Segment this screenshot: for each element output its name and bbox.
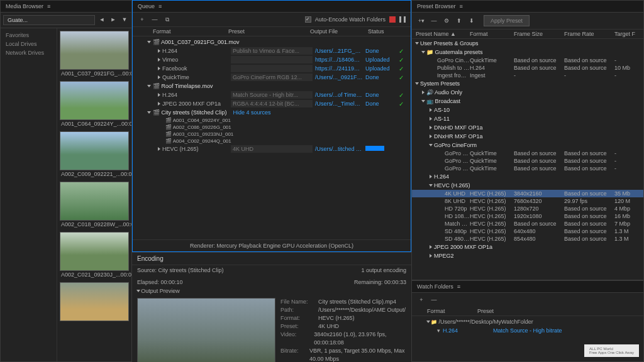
col-frame-rate[interactable]: Frame Rate [564, 31, 614, 37]
chevron-down-icon[interactable] [136, 290, 140, 292]
add-icon[interactable]: + [138, 15, 147, 24]
queue-group[interactable]: 🎬 A001_C037_0921FG_001.mov [135, 38, 408, 47]
preset-group[interactable]: 🔊 Audio Only [412, 88, 643, 97]
preset-group[interactable]: DNxHD MXF OP1a [412, 123, 643, 132]
queue-row[interactable]: QuickTimeGoPro CineForm RGB 12.../Users/… [135, 73, 408, 82]
preset-row[interactable]: 4K UHDHEVC (H.265)3840x2160Based on sour… [412, 190, 643, 197]
thumbnail-item[interactable]: A002_C009_092221_...00:00:10:04 [60, 131, 129, 178]
thumbnail-item[interactable]: A001_C064_09224Y_...00:00:04:08 [60, 81, 129, 128]
thumbnail-item[interactable]: A002_C018_09228W_...00:00:08:13 [60, 182, 129, 228]
filter-icon[interactable]: ▼ [120, 15, 129, 24]
remaining-label: Remaining: [354, 279, 383, 285]
folder-dropdown[interactable]: Guate... [3, 15, 95, 25]
export-icon[interactable]: ⬇ [467, 16, 476, 25]
forward-icon[interactable]: ► [109, 15, 118, 24]
menu-icon[interactable]: ≡ [47, 3, 50, 9]
preset-group[interactable]: 📁 Guatemala presets [412, 48, 643, 57]
preset-row[interactable]: SD 480pHEVC (H.265)640x480Based on sourc… [412, 228, 643, 235]
queue-row[interactable]: H.264Match Source - High bitr.../Users/.… [135, 90, 408, 99]
apply-preset-button[interactable]: Apply Preset [484, 15, 530, 26]
queue-group[interactable]: 🎬 Roof Timelapse.mov [135, 82, 408, 90]
preset-row[interactable]: GoPro CineForm YUV 10-bitQuickTimeBased … [412, 165, 643, 172]
watch-col-preset[interactable]: Preset [477, 308, 494, 314]
col-frame-size[interactable]: Frame Size [514, 31, 564, 37]
preset-group[interactable]: H.264 [412, 172, 643, 181]
watch-title: Watch Folders [417, 283, 453, 290]
col-preset[interactable]: Preset [228, 28, 310, 35]
queue-body[interactable]: 🎬 A001_C037_0921FG_001.mov H.264Publish … [133, 36, 411, 239]
queue-row[interactable]: Vimeo https://.../184066142Uploaded✓ [135, 55, 408, 64]
thumbnail-item[interactable]: A001_C037_0921FG_...00:00:26:00 [60, 31, 129, 77]
queue-row[interactable]: JPEG 2000 MXF OP1aRGBA 4:4:4:4 12-bit (B… [135, 99, 408, 108]
preset-group[interactable]: MPEG2 [412, 251, 643, 260]
settings-icon[interactable]: ⚙ [442, 16, 451, 25]
import-icon[interactable]: ⬆ [455, 16, 464, 25]
queue-group[interactable]: 🎬 City streets (Stitched Clip)Hide 4 sou… [135, 108, 408, 117]
preset-group[interactable]: 📺 Broadcast [412, 97, 643, 106]
tree-network-drives[interactable]: Network Drives [3, 48, 54, 57]
preset-group[interactable]: GoPro CineForm [412, 141, 643, 150]
remove-preset-icon[interactable]: — [430, 16, 438, 25]
preset-row[interactable]: 8K UHDHEVC (H.265)7680x432029.97 fps120 … [412, 197, 643, 205]
preset-row[interactable]: GoPro CineForm RGB 12-bit with alpha (Al… [412, 57, 643, 64]
preset-row[interactable]: GoPro CineForm RGB 12-bit with alphaQuic… [412, 150, 643, 157]
preset-group[interactable]: DNxHR MXF OP1a [412, 132, 643, 141]
queue-row[interactable]: HEVC (H.265)4K UHD/Users/...titched Clip… [135, 145, 408, 153]
watch-col-format[interactable]: Format [427, 308, 477, 314]
preview-image [137, 298, 275, 362]
preset-group[interactable]: User Presets & Groups [412, 39, 643, 48]
menu-icon[interactable]: ≡ [158, 3, 162, 9]
renderer-value[interactable]: Mercury Playback Engine GPU Acceleration… [216, 243, 353, 249]
queue-source-item[interactable]: 🎬 A003_C021_09233NJ_001 [135, 131, 408, 138]
preset-row[interactable]: SD 480p WideHEVC (H.265)854x480Based on … [412, 235, 643, 243]
preset-group[interactable]: JPEG 2000 MXF OP1a [412, 243, 643, 251]
preset-group[interactable]: AS-11 [412, 114, 643, 123]
preset-body[interactable]: User Presets & Groups 📁 Guatemala preset… [412, 39, 643, 280]
elapsed-label: Elapsed: [137, 279, 159, 285]
duplicate-icon[interactable]: ⧉ [163, 15, 172, 24]
col-output[interactable]: Output File [310, 28, 368, 35]
col-preset-name[interactable]: Preset Name ▲ [416, 31, 470, 37]
thumbnail-list[interactable]: A001_C037_0921FG_...00:00:26:00A001_C064… [57, 28, 131, 361]
queue-source-item[interactable]: 🎬 A002_C086_09226G_001 [135, 124, 408, 131]
preset-row[interactable]: HD 1080pHEVC (H.265)1920x1080Based on so… [412, 212, 643, 220]
chevron-icon[interactable] [426, 321, 430, 323]
stop-button[interactable] [389, 16, 396, 23]
remove-icon[interactable]: — [150, 15, 159, 24]
menu-icon[interactable]: ≡ [457, 283, 460, 290]
menu-icon[interactable]: ≡ [460, 3, 463, 9]
remove-watch-icon[interactable]: — [430, 295, 438, 304]
watch-preset[interactable]: Match Source - High bitrate [493, 327, 562, 334]
col-target[interactable]: Target F [614, 31, 640, 37]
pause-button[interactable] [399, 16, 406, 23]
col-format[interactable]: Format [153, 28, 228, 35]
watch-folder-row[interactable]: 📁 /Users/******/Desktop/MyWatchFolder [417, 317, 638, 326]
queue-source-item[interactable]: 🎬 A004_C002_09244Q_001 [135, 138, 408, 145]
queue-row[interactable]: H.264Publish to Vimeo & Face.../Users/..… [135, 47, 408, 55]
preset-row[interactable]: Publish to Vimeo & FacebookH.264Based on… [412, 64, 643, 72]
watch-format[interactable]: H.264 [443, 327, 493, 334]
add-preset-icon[interactable]: +▾ [417, 16, 426, 25]
add-watch-icon[interactable]: + [417, 295, 426, 304]
queue-title: Queue [138, 3, 155, 9]
preset-row[interactable]: HD 720pHEVC (H.265)1280x720Based on sour… [412, 205, 643, 212]
thumbnail-item[interactable] [60, 282, 129, 322]
queue-source-item[interactable]: 🎬 A001_C064_09224Y_001 [135, 117, 408, 124]
preset-group[interactable]: System Presets [412, 79, 643, 88]
preset-row[interactable]: GoPro CineForm RGB 12-bit with alpha...Q… [412, 157, 643, 165]
watch-preset-row[interactable]: ▾ H.264 Match Source - High bitrate [417, 326, 638, 335]
queue-row[interactable]: Facebook https://.../2411961460283Upload… [135, 64, 408, 73]
col-status[interactable]: Status [368, 28, 406, 35]
back-icon[interactable]: ◄ [97, 15, 106, 24]
tree-local-drives[interactable]: Local Drives [3, 40, 54, 48]
auto-encode-checkbox[interactable] [305, 16, 311, 23]
preset-group[interactable]: HEVC (H.265) [412, 181, 643, 190]
col-format[interactable]: Format [470, 31, 514, 37]
preset-row[interactable]: Match Source - High BitrateHEVC (H.265)B… [412, 220, 643, 228]
tree-favorites[interactable]: Favorites [3, 31, 54, 40]
output-count: 1 output encoding [361, 267, 406, 273]
thumbnail-item[interactable]: A002_C021_09230J_...00:00:10:14 [60, 232, 129, 278]
preset-group[interactable]: AS-10 [412, 106, 643, 114]
preset-row[interactable]: Ingest from cameraIngest--- [412, 72, 643, 79]
hide-sources-link[interactable]: Hide 4 sources [233, 109, 271, 116]
